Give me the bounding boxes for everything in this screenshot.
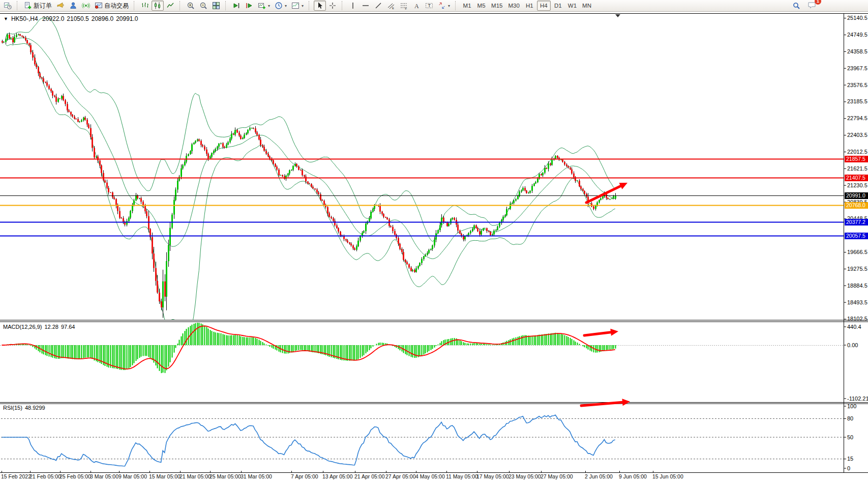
tile-windows-icon [212,2,220,10]
fibonacci-tool-button[interactable]: F [398,1,410,11]
channel-icon: E [387,2,395,10]
horizontal-line-tool-button[interactable] [360,1,372,11]
timeframe-button-d1[interactable]: D1 [551,1,565,11]
arrows-icon [438,2,446,10]
notifications-wrap: 1 [805,0,818,11]
toolbar-separator [17,1,19,10]
toolbar-separator [134,1,136,10]
crosshair-tool-button[interactable] [326,1,339,11]
dropdown-caret-icon: ▾ [285,4,287,8]
chart-canvas [0,0,868,480]
auto-trading-button[interactable]: 自动交易 [93,1,131,11]
tile-windows-button[interactable] [210,1,222,11]
auto-scroll-button[interactable] [230,1,243,11]
toolbar-right-tools: 1 [790,0,818,11]
chart-shift-marker [615,14,620,17]
new-order-icon [24,2,32,10]
text-label-tool-button[interactable]: T [423,1,435,11]
auto-trading-icon [95,2,103,10]
search-button[interactable] [790,1,802,11]
timeframe-button-h1[interactable]: H1 [523,1,536,11]
text-a-icon: A [412,2,421,10]
trendline-icon [374,2,382,10]
dropdown-caret-icon: ▾ [448,4,450,8]
candlestick-chart-button[interactable] [152,1,164,11]
clock-icon [275,2,283,10]
candlestick-icon [154,2,162,10]
trendline-tool-button[interactable] [372,1,384,11]
timeframe-button-m1[interactable]: M1 [460,1,474,11]
new-order-label: 新订单 [34,2,52,10]
timeframe-button-h4[interactable]: H4 [537,1,551,11]
vertical-line-icon [349,2,357,10]
zoom-out-button[interactable] [197,1,209,11]
cursor-icon [316,2,324,10]
text-tool-button[interactable]: A [410,1,423,11]
chart-shift-button[interactable] [243,1,255,11]
templates-button[interactable]: ▾ [289,1,306,11]
svg-text:E: E [392,7,394,10]
text-label-icon: T [425,2,433,10]
new-chart-button[interactable]: ▾ [256,1,272,11]
zoom-out-icon [199,2,207,10]
macd-trend-arrow [584,329,618,336]
zoom-in-button[interactable] [185,1,197,11]
toolbar-separator [179,1,182,10]
market-watch-button[interactable] [67,1,79,11]
line-chart-icon [166,2,174,10]
ohlc-bars-icon [141,2,149,10]
toolbar-separator [225,1,228,10]
timeframe-button-m30[interactable]: M30 [505,1,522,11]
auto-scroll-icon [232,2,241,10]
periods-button[interactable]: ▾ [273,1,289,11]
timeframe-button-mn[interactable]: MN [580,1,594,11]
zoom-in-icon [187,2,195,10]
dropdown-caret-icon: ▾ [302,4,304,8]
price-trend-arrow [586,183,627,203]
timeframe-button-w1[interactable]: W1 [565,1,579,11]
line-chart-button[interactable] [164,1,176,11]
toolbar: 新订单 自动交易 ▾ ▾ [0,0,868,12]
vertical-line-tool-button[interactable] [347,1,359,11]
signal-waves-icon [82,2,90,10]
timeframe-strip: M1M5M15M30H1H4D1W1MN [460,1,594,11]
toolbar-separator [309,1,311,10]
search-icon [792,2,800,10]
svg-text:T: T [428,3,431,8]
chart-area[interactable]: ▼HK50-,H4 20922.021050.520896.020991.0 M… [0,0,868,480]
new-order-button[interactable]: 新订单 [22,1,54,11]
svg-text:F: F [405,7,407,10]
new-chart-icon [258,2,266,10]
toolbar-separator [342,1,344,10]
toolbar-separator [455,1,458,10]
alerts-button[interactable] [54,1,67,11]
arrows-tool-button[interactable]: ▾ [436,1,452,11]
svg-text:A: A [414,3,419,10]
tick-chart-button[interactable] [2,1,14,11]
chart-shift-icon [245,2,253,10]
market-person-icon [69,2,77,10]
dropdown-caret-icon: ▾ [268,4,270,8]
notification-badge[interactable]: 1 [815,0,821,5]
timeframe-button-m15[interactable]: M15 [489,1,505,11]
template-chart-icon [291,2,300,10]
fibonacci-icon: F [400,2,408,10]
bar-chart-button[interactable] [139,1,151,11]
auto-trading-label: 自动交易 [104,2,129,10]
crosshair-icon [328,2,337,10]
channel-tool-button[interactable]: E [385,1,397,11]
chart-clock-icon [4,2,12,10]
timeframe-button-m5[interactable]: M5 [474,1,488,11]
alert-horn-icon [56,2,65,10]
signals-button[interactable] [80,1,92,11]
horizontal-line-icon [362,2,370,10]
cursor-tool-button[interactable] [314,1,326,11]
